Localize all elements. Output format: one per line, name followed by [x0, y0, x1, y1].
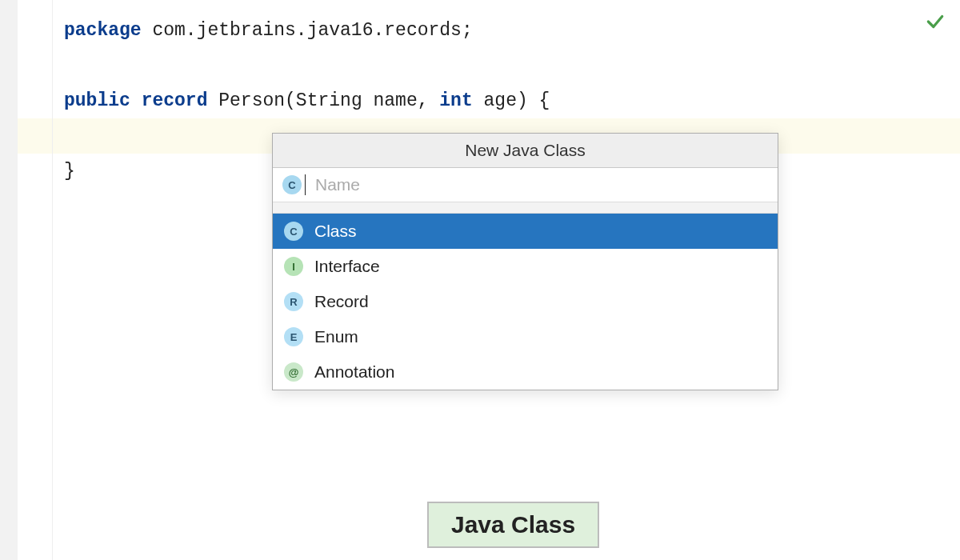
dialog-input-row: C: [273, 168, 778, 202]
dialog-item-interface[interactable]: IInterface: [273, 249, 778, 284]
code-line-blank[interactable]: [64, 48, 952, 83]
record-signature-part1: Person(String name,: [207, 90, 439, 111]
tooltip-label: Java Class: [451, 511, 575, 538]
dialog-item-label: Enum: [314, 327, 358, 346]
dialog-item-annotation[interactable]: @Annotation: [273, 354, 778, 390]
dialog-item-class[interactable]: CClass: [273, 214, 778, 249]
dialog-item-enum[interactable]: EEnum: [273, 319, 778, 354]
dialog-item-label: Record: [314, 292, 369, 311]
class-name-input[interactable]: [315, 175, 768, 194]
dialog-item-record[interactable]: RRecord: [273, 284, 778, 319]
enum-icon: E: [284, 327, 303, 346]
interface-icon: I: [284, 257, 303, 276]
new-java-class-dialog: New Java Class C CClassIInterfaceRRecord…: [272, 133, 778, 390]
dialog-type-list: CClassIInterfaceRRecordEEnum@Annotation: [273, 214, 778, 390]
package-name: com.jetbrains.java16.records;: [142, 20, 473, 41]
dialog-item-label: Class: [314, 222, 357, 241]
code-line[interactable]: public record Person(String name, int ag…: [64, 83, 952, 118]
keyword-package: package: [64, 20, 142, 41]
java-class-tooltip: Java Class: [427, 502, 599, 548]
editor-gutter: [0, 0, 53, 560]
gutter-strip: [0, 0, 18, 560]
record-signature-part2: age) {: [473, 90, 550, 111]
code-line[interactable]: package com.jetbrains.java16.records;: [64, 13, 952, 48]
close-brace: }: [64, 161, 75, 182]
keyword-int: int: [439, 90, 472, 111]
dialog-separator: [273, 202, 778, 214]
annotation-icon: @: [284, 362, 303, 382]
class-icon: C: [282, 175, 302, 194]
keyword-record: record: [130, 90, 208, 111]
code-editor: package com.jetbrains.java16.records; pu…: [0, 0, 960, 560]
code-area[interactable]: package com.jetbrains.java16.records; pu…: [53, 0, 960, 560]
keyword-public: public: [64, 90, 130, 111]
gutter-current-line-highlight: [18, 118, 52, 154]
inspections-ok-icon[interactable]: [925, 11, 946, 32]
record-icon: R: [284, 292, 303, 311]
dialog-title: New Java Class: [273, 134, 778, 168]
dialog-item-label: Interface: [314, 257, 380, 276]
text-caret: [305, 174, 306, 195]
class-icon: C: [284, 222, 303, 241]
dialog-item-label: Annotation: [314, 362, 394, 382]
